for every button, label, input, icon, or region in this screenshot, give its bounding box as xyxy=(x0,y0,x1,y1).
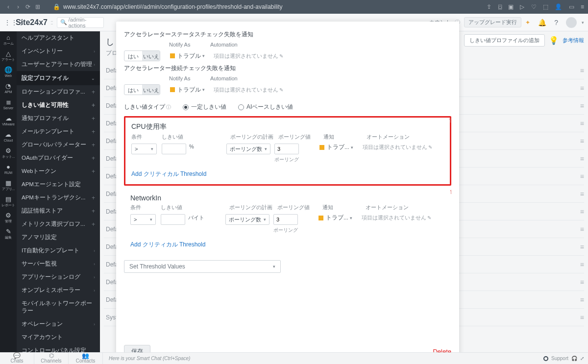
sidebar-item[interactable]: グローバルパラメーター+ xyxy=(17,138,100,151)
headset-icon[interactable]: 🎧 xyxy=(571,356,577,361)
nav-fwd-icon[interactable]: › xyxy=(14,3,23,10)
cond-select2[interactable]: >▾ xyxy=(130,214,156,225)
support-button[interactable]: Support 🎧 ⤢ xyxy=(543,356,584,361)
heart-icon[interactable]: ♡ xyxy=(531,3,537,10)
yes-option[interactable]: はい xyxy=(124,51,142,61)
tab-contacts[interactable]: 👥Contacts xyxy=(69,352,103,364)
sidebar-item[interactable]: ロケーションプロファ...+ xyxy=(17,85,100,98)
reload-icon[interactable]: ⟳ xyxy=(24,3,32,10)
send-icon[interactable]: ▷ xyxy=(520,3,524,10)
apps-menu-icon[interactable]: ⋮⋮⋮ xyxy=(4,19,15,26)
shield-icon[interactable]: ▣ xyxy=(508,3,514,10)
sidebar-item[interactable]: Webトークン+ xyxy=(17,165,100,178)
poll-value-input[interactable] xyxy=(274,144,299,154)
rail-admin[interactable]: ⚙管理 xyxy=(5,212,12,223)
sidebar-item[interactable]: IT自動化テンプレート› xyxy=(17,244,100,257)
sparkle-icon[interactable]: ✦ xyxy=(525,19,530,26)
sidebar-item[interactable]: サーバー監視› xyxy=(17,257,100,270)
rail-alert[interactable]: △アラート xyxy=(1,50,15,62)
notify1-automation-placeholder[interactable]: 項目は選択されていません xyxy=(214,52,278,60)
sidebar-item[interactable]: モバイルネットワークポーラー xyxy=(17,297,100,317)
sidebar-item[interactable]: アノマリ設定 xyxy=(17,231,100,244)
camera-icon[interactable]: ⌼ xyxy=(498,3,502,10)
add-critical-link1[interactable]: Add クリティカル Threshold xyxy=(131,170,206,178)
add-critical-link2[interactable]: Add クリティカル Threshold xyxy=(130,241,205,249)
plus-icon[interactable]: + xyxy=(92,128,95,135)
notify1-yesno[interactable]: はい いいえ xyxy=(124,50,160,61)
sidebar-item[interactable]: オンプレミスポーラー› xyxy=(17,284,100,297)
row-menu-icon[interactable]: ≡ xyxy=(580,155,584,163)
rail-report[interactable]: ▤レポート xyxy=(1,196,15,207)
plus-icon[interactable]: + xyxy=(92,221,95,228)
menu-icon[interactable]: ≡ xyxy=(581,3,584,10)
row-menu-icon[interactable]: ≡ xyxy=(580,137,584,145)
edit-icon[interactable]: ✎ xyxy=(279,53,283,59)
upgrade-button[interactable]: アップグレード実行 xyxy=(464,17,521,27)
threshold-input2[interactable] xyxy=(161,214,185,225)
sidebar-item[interactable]: メールテンプレート+ xyxy=(17,125,100,138)
tab-channels[interactable]: ⌬Channels xyxy=(34,352,69,364)
rail-server[interactable]: ≣Server xyxy=(3,99,14,110)
plan-select[interactable]: ポーリング数▾ xyxy=(226,144,270,154)
sidebar-item[interactable]: インベントリー› xyxy=(17,45,100,58)
row-menu-icon[interactable]: ≡ xyxy=(580,190,584,198)
apps-grid-icon[interactable]: ⊞ xyxy=(33,3,42,10)
plus-icon[interactable]: + xyxy=(92,194,95,201)
rail-edit[interactable]: ✎編集 xyxy=(5,228,12,240)
plus-icon[interactable]: + xyxy=(92,142,95,148)
no-option[interactable]: いいえ xyxy=(142,51,160,61)
help-icon[interactable]: ? xyxy=(554,19,558,26)
delete-card-icon[interactable]: 🗑 xyxy=(449,117,451,123)
no-option2[interactable]: いいえ xyxy=(142,85,160,95)
tab-chats[interactable]: 💬Chats xyxy=(0,352,34,364)
plus-icon[interactable]: + xyxy=(92,168,95,175)
sidebar-item[interactable]: アプリケーションログ› xyxy=(17,270,100,284)
row-menu-icon[interactable]: ≡ xyxy=(580,296,584,304)
card2-automation[interactable]: 項目は選択されていません✎ xyxy=(362,214,431,221)
share-icon[interactable]: ⇪ xyxy=(487,3,491,10)
add-profile-button[interactable]: しきい値プロファイルの追加 xyxy=(464,34,545,47)
sidebar-item[interactable]: APMエージェント設定 xyxy=(17,178,100,191)
row-menu-icon[interactable]: ≡ xyxy=(580,243,584,251)
sidebar-item[interactable]: オペレーション› xyxy=(17,317,100,331)
sidebar-item[interactable]: 設定プロファイル⌄ xyxy=(17,71,100,85)
site24x7-logo[interactable]: Site24x7 xyxy=(16,18,48,27)
poll-value-input2[interactable] xyxy=(273,214,298,225)
radio-ai[interactable]: AIベースしきい値 xyxy=(238,103,293,111)
battery-icon[interactable]: ▭ xyxy=(569,3,574,10)
notify2-yesno[interactable]: はい いいえ xyxy=(124,84,160,95)
sidebar-item[interactable]: メトリクス選択プロフ...+ xyxy=(17,218,100,231)
plus-icon[interactable]: + xyxy=(92,155,95,162)
row-menu-icon[interactable]: ≡ xyxy=(580,67,584,74)
cube-icon[interactable]: ⬚ xyxy=(543,3,548,10)
delete-card-icon2[interactable]: 🗑 xyxy=(450,188,451,195)
yes-option2[interactable]: はい xyxy=(124,85,142,95)
sidebar-item[interactable]: 認証情報ストア+ xyxy=(17,204,100,218)
row-menu-icon[interactable]: ≡ xyxy=(580,261,584,268)
sidebar-item[interactable]: しきい値と可用性+ xyxy=(17,98,100,112)
rail-net[interactable]: ⚙ネット... xyxy=(2,147,15,159)
sidebar-item[interactable]: OAuthプロバイダー+ xyxy=(17,151,100,165)
rail-web[interactable]: 🌐Web xyxy=(4,67,12,78)
row-menu-icon[interactable]: ≡ xyxy=(580,208,584,216)
info-icon[interactable]: ⓘ xyxy=(166,104,171,111)
nav-back-icon[interactable]: ‹ xyxy=(4,3,13,10)
threshold-input[interactable] xyxy=(162,144,186,154)
avatar-chevron-icon[interactable]: ▾ xyxy=(582,20,584,25)
cond-select[interactable]: >▾ xyxy=(131,144,157,154)
plan-select2[interactable]: ポーリング数▾ xyxy=(225,214,270,225)
search-input[interactable]: 🔍 /admin-actions xyxy=(57,17,104,28)
row-menu-icon[interactable]: ≡ xyxy=(580,84,584,92)
radio-fixed[interactable]: 一定しきい値 xyxy=(183,103,226,111)
expand-icon[interactable]: ⤢ xyxy=(580,356,584,361)
sidebar-item[interactable]: マイアカウント xyxy=(17,331,100,344)
row-menu-icon[interactable]: ≡ xyxy=(580,278,584,286)
sidebar-item[interactable]: 通知プロファイル+ xyxy=(17,112,100,125)
rail-rum[interactable]: ●RUM xyxy=(4,164,12,175)
card1-automation[interactable]: 項目は選択されていません✎ xyxy=(363,144,432,151)
rail-apm[interactable]: ◔APM xyxy=(4,83,12,94)
sidebar-item[interactable]: APMキートランザクシ...+ xyxy=(17,191,100,204)
url-text[interactable]: www.site24x7.com/app/client#/admin/confi… xyxy=(63,3,482,10)
info-link[interactable]: 参考情報 xyxy=(563,37,584,44)
plus-icon[interactable]: + xyxy=(92,208,95,215)
